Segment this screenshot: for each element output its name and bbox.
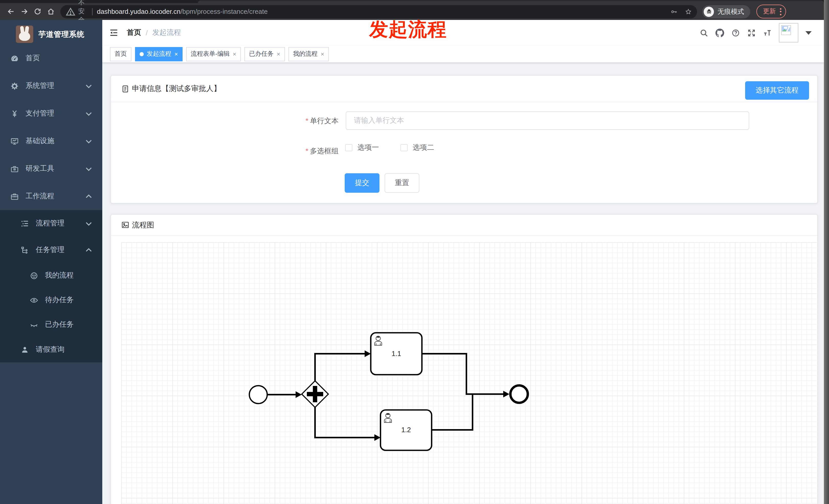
- submit-button[interactable]: 提交: [345, 173, 380, 193]
- sidebar-item-todo-tasks[interactable]: 待办任务: [0, 288, 102, 312]
- close-icon[interactable]: ×: [174, 51, 178, 57]
- incognito-label: 无痕模式: [718, 7, 744, 16]
- sidebar-logo-row[interactable]: 芋道管理系统: [0, 22, 102, 46]
- reload-button[interactable]: [31, 5, 44, 18]
- sidebar-submenu-workflow: 流程管理 任务管理 我的流程 待办任务 已办: [0, 210, 102, 362]
- sidebar-menu: 首页 系统管理 支付管理 基础设施 研发工具: [0, 44, 102, 362]
- github-button[interactable]: [716, 28, 724, 37]
- app-header: 首页 / 发起流程: [102, 20, 824, 45]
- breadcrumb-current: 发起流程: [152, 28, 181, 37]
- option1-checkbox[interactable]: [345, 144, 352, 151]
- bpmn-canvas: 1.1 1.2: [121, 242, 817, 504]
- eye-icon: [30, 296, 38, 304]
- image-icon: [121, 221, 130, 229]
- annotation-text: 发起流程: [369, 17, 447, 42]
- arrowhead: [503, 391, 509, 397]
- fullscreen-button[interactable]: [747, 28, 756, 37]
- broken-image-icon: [781, 25, 792, 36]
- user-avatar[interactable]: [779, 23, 798, 42]
- avatar-dropdown-caret[interactable]: [805, 31, 812, 35]
- browser-menu-icon[interactable]: [780, 8, 782, 15]
- browser-active-tab[interactable]: [198, 1, 824, 3]
- dashboard-icon: [10, 54, 19, 63]
- sidebar-item-leave-query[interactable]: 请假查询: [0, 337, 102, 362]
- incognito-badge: 无痕模式: [702, 5, 750, 18]
- chevron-down-icon: [84, 219, 93, 228]
- toolbox-icon: [10, 164, 19, 173]
- sidebar-item-home[interactable]: 首页: [0, 44, 102, 72]
- end-event-node: [510, 385, 528, 403]
- apply-info-card: 申请信息【测试多审批人】 选择其它流程 *单行文本 请输入单行文本 *多选框组 …: [110, 75, 818, 203]
- back-icon: [7, 8, 14, 15]
- list-tree-icon: [21, 219, 29, 228]
- select-other-process-button[interactable]: 选择其它流程: [745, 81, 809, 100]
- sidebar: 芋道管理系统 首页 系统管理 支付管理 基础设施: [0, 20, 102, 504]
- briefcase-icon: [10, 192, 19, 201]
- monitor-icon: [10, 137, 19, 146]
- text-field-label: *单行文本: [236, 117, 338, 126]
- start-event-node: [249, 386, 267, 403]
- update-label: 更新: [763, 7, 776, 16]
- update-button[interactable]: 更新: [756, 5, 786, 18]
- diagram-card-title: 流程图: [132, 220, 154, 230]
- forward-button[interactable]: [17, 5, 31, 18]
- sidebar-item-task-mgmt[interactable]: 任务管理: [0, 237, 102, 263]
- sidebar-item-workflow[interactable]: 工作流程: [0, 183, 102, 210]
- search-button[interactable]: [699, 28, 708, 37]
- bpmn-diagram: 1.1 1.2: [121, 242, 817, 504]
- sidebar-toggle-icon[interactable]: [109, 28, 119, 37]
- font-size-button[interactable]: [763, 28, 772, 37]
- bookmark-star-icon[interactable]: [685, 8, 692, 15]
- checkbox-group: 选项一 选项二: [345, 143, 434, 152]
- document-icon: [121, 85, 130, 93]
- face-icon: [30, 271, 38, 280]
- url-text[interactable]: dashboard.yudao.iocoder.cn/bpm/process-i…: [97, 8, 268, 15]
- sidebar-item-system[interactable]: 系统管理: [0, 72, 102, 100]
- breadcrumb-home[interactable]: 首页: [127, 28, 141, 37]
- help-button[interactable]: [731, 28, 740, 37]
- tag-start-process[interactable]: 发起流程×: [135, 47, 183, 61]
- sidebar-item-dev-tools[interactable]: 研发工具: [0, 155, 102, 183]
- breadcrumb-separator: /: [146, 29, 148, 37]
- tag-home[interactable]: 首页: [110, 47, 132, 61]
- tag-my-process[interactable]: 我的流程×: [288, 47, 329, 61]
- sidebar-item-process-mgmt[interactable]: 流程管理: [0, 210, 102, 237]
- task2-label: 1.2: [401, 426, 411, 434]
- diagram-card-header: 流程图: [111, 215, 817, 236]
- url-host: dashboard.yudao.iocoder.cn: [97, 8, 181, 15]
- password-key-icon[interactable]: [671, 8, 678, 15]
- flow-task1-end: [422, 354, 503, 394]
- close-icon[interactable]: ×: [277, 51, 280, 57]
- process-diagram-card: 流程图: [110, 214, 818, 504]
- option2-label[interactable]: 选项二: [413, 143, 434, 152]
- home-button[interactable]: [44, 5, 57, 18]
- arrowhead: [365, 350, 371, 357]
- checkbox-group-label: *多选框组: [236, 147, 338, 156]
- browser-tabstrip: [0, 0, 829, 3]
- flow-task2-end: [432, 395, 473, 430]
- option2-checkbox[interactable]: [400, 144, 407, 151]
- github-icon: [716, 28, 724, 37]
- font-size-icon: [763, 28, 772, 37]
- active-dot: [140, 52, 144, 56]
- gear-icon: [10, 81, 19, 90]
- home-icon: [47, 8, 55, 15]
- reset-button[interactable]: 重置: [385, 173, 419, 193]
- chevron-down-icon: [84, 109, 93, 118]
- option1-label[interactable]: 选项一: [358, 143, 379, 152]
- sidebar-item-my-process[interactable]: 我的流程: [0, 263, 102, 288]
- sidebar-item-payment[interactable]: 支付管理: [0, 100, 102, 127]
- tag-form-edit[interactable]: 流程表单-编辑×: [186, 47, 241, 61]
- close-icon[interactable]: ×: [233, 51, 236, 57]
- back-button[interactable]: [4, 5, 17, 18]
- text-field-input[interactable]: 请输入单行文本: [346, 111, 749, 130]
- tag-done-tasks[interactable]: 已办任务×: [245, 47, 285, 61]
- sidebar-item-infrastructure[interactable]: 基础设施: [0, 127, 102, 155]
- close-icon[interactable]: ×: [321, 51, 324, 57]
- chevron-down-icon: [84, 164, 93, 173]
- input-placeholder: 请输入单行文本: [354, 116, 404, 125]
- sidebar-item-done-tasks[interactable]: 已办任务: [0, 312, 102, 337]
- url-bar[interactable]: 不安全 dashboard.yudao.iocoder.cn/bpm/proce…: [60, 5, 697, 18]
- window-scrollbar[interactable]: [824, 0, 829, 504]
- arrowhead: [296, 391, 302, 398]
